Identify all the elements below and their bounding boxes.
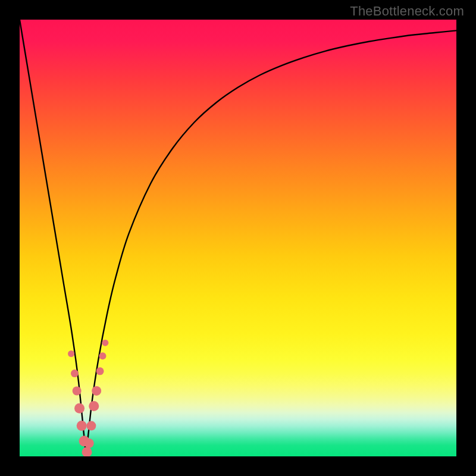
attribution-label: TheBottleneck.com — [350, 4, 464, 19]
marker-dot — [77, 421, 87, 431]
highlighted-points — [68, 340, 108, 456]
marker-dot — [71, 369, 79, 377]
chart-frame: TheBottleneck.com — [0, 0, 476, 476]
marker-dot — [99, 352, 106, 359]
bottleneck-curve — [20, 20, 456, 456]
marker-dot — [73, 386, 82, 395]
marker-dot — [86, 421, 96, 431]
marker-dot — [102, 340, 108, 346]
marker-dot — [82, 447, 92, 456]
marker-dot — [96, 367, 104, 375]
marker-dot — [68, 350, 74, 357]
marker-dot — [89, 401, 99, 411]
marker-dot — [92, 386, 101, 396]
marker-dot — [74, 403, 84, 414]
plot-area — [20, 20, 456, 456]
curve-layer — [20, 20, 456, 456]
marker-dot — [84, 439, 94, 448]
